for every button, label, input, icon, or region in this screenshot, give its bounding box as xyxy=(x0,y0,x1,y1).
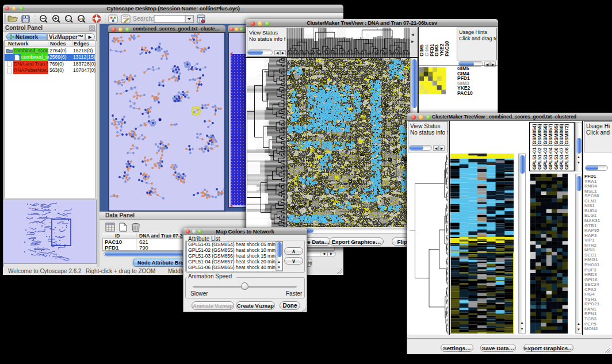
svg-text:PAC10: PAC10 xyxy=(457,90,473,96)
svg-text:Search:: Search: xyxy=(133,15,154,22)
svg-text:GPL51-08 (GSM872): GPL51-08 (GSM872) xyxy=(564,124,569,170)
svg-text:1:1: 1:1 xyxy=(79,17,83,21)
svg-text:MON2: MON2 xyxy=(584,326,598,331)
svg-text:PAC10: PAC10 xyxy=(444,41,450,56)
